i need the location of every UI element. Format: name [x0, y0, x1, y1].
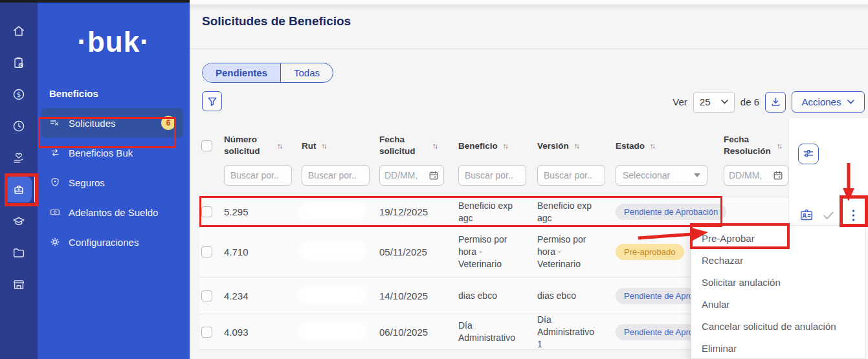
- col-header-estado[interactable]: Estado: [616, 141, 645, 151]
- sidebar-item-solicitudes[interactable]: Solicitudes 6: [41, 108, 183, 138]
- check-icon[interactable]: [822, 209, 835, 222]
- sidebar: ·buk· Beneficios Solicitudes 6 Beneficio…: [38, 0, 190, 359]
- sidebar-section-label: Beneficios: [49, 88, 190, 99]
- filter-estado-select[interactable]: Seleccionar: [616, 165, 707, 186]
- clock-icon[interactable]: [6, 113, 32, 139]
- row-checkbox[interactable]: [201, 246, 212, 257]
- sidebar-item-label: Adelantos de Sueldo: [69, 207, 158, 218]
- sort-icon[interactable]: ↑↓: [503, 142, 507, 149]
- col-header-numero[interactable]: Número solicitud: [224, 134, 272, 157]
- cell-rut: [299, 325, 377, 340]
- app-window: $ ·buk· Beneficios Solicitudes 6: [0, 0, 868, 359]
- cell-fecha: 06/10/2025: [377, 327, 456, 338]
- page-size-value: 25: [700, 96, 711, 107]
- menu-item-pre-aprobar[interactable]: Pre-Aprobar: [691, 227, 865, 249]
- row-checkbox[interactable]: [201, 206, 212, 217]
- redacted-rut: [302, 325, 364, 338]
- row-checkbox[interactable]: [201, 290, 212, 301]
- home-icon[interactable]: [6, 18, 32, 44]
- funnel-icon: [207, 96, 217, 107]
- kebab-menu-button[interactable]: [845, 207, 862, 224]
- sidebar-item-adelantos[interactable]: Adelantos de Sueldo: [38, 197, 190, 227]
- cell-rut: [299, 245, 377, 259]
- buk-logo: ·buk·: [38, 26, 190, 58]
- filter-fecha-input[interactable]: DD/MM,: [379, 165, 444, 186]
- row-context-menu: Pre-Aprobar Rechazar Solicitar anulación…: [691, 225, 865, 359]
- page-size-select[interactable]: 25: [693, 92, 735, 113]
- money-bill-icon: [49, 206, 61, 218]
- hand-heart-icon[interactable]: [6, 145, 32, 171]
- menu-item-cancelar-solicitud[interactable]: Cancelar solicitud de anulación: [691, 315, 865, 337]
- sort-icon[interactable]: ↑↓: [650, 142, 654, 149]
- filter-fecha-resolucion-input[interactable]: DD/MM,: [724, 165, 788, 186]
- sidebar-item-label: Beneficios Buk: [69, 147, 133, 158]
- status-badge: Pendiente de Aprobación: [616, 204, 726, 220]
- dollar-circle-icon[interactable]: $: [6, 82, 32, 107]
- cell-beneficio: dias ebco: [456, 290, 535, 302]
- table-row[interactable]: 5.295 19/12/2025 Beneficio exp agc Benef…: [199, 197, 868, 226]
- sort-icon[interactable]: ↑↓: [277, 142, 282, 149]
- cell-numero: 5.295: [221, 206, 299, 217]
- redacted-rut: [302, 204, 364, 217]
- clipboard-clock-icon[interactable]: [6, 50, 32, 76]
- icon-rail: $: [0, 0, 38, 359]
- actions-button[interactable]: Acciones: [792, 91, 865, 113]
- benefits-briefcase-icon[interactable]: [6, 177, 32, 202]
- calendar-icon: [428, 170, 439, 180]
- chevron-down-icon: [721, 100, 728, 104]
- actions-label: Acciones: [802, 96, 841, 107]
- sort-icon[interactable]: ↑↓: [777, 142, 781, 149]
- sort-icon[interactable]: ↑↓: [432, 142, 437, 149]
- col-header-fecha-resolucion[interactable]: Fecha Resolución: [724, 134, 772, 157]
- sidebar-item-label: Seguros: [69, 177, 105, 188]
- cell-rut: [299, 288, 377, 303]
- redacted-rut: [302, 245, 364, 257]
- select-all-checkbox[interactable]: [201, 140, 212, 151]
- col-header-version[interactable]: Versión: [537, 141, 569, 151]
- table-header-row: Número solicitud↑↓ Rut↑↓ Fecha solicitud…: [199, 126, 868, 165]
- cell-fecha: 14/10/2025: [377, 290, 456, 301]
- cell-fecha: 05/11/2025: [377, 246, 456, 257]
- menu-item-solicitar-anulacion[interactable]: Solicitar anulación: [691, 271, 865, 293]
- sidebar-item-label: Solicitudes: [69, 118, 116, 129]
- storefront-icon[interactable]: [6, 272, 32, 298]
- cell-numero: 4.234: [221, 290, 299, 301]
- col-header-fecha[interactable]: Fecha solicitud: [379, 134, 427, 157]
- sidebar-item-configuraciones[interactable]: Configuraciones: [38, 227, 190, 257]
- filter-version-input[interactable]: [537, 165, 605, 186]
- cell-rut: [299, 204, 377, 219]
- page-title: Solicitudes de Beneficios: [202, 14, 351, 28]
- sort-icon[interactable]: ↑↓: [574, 142, 579, 149]
- sidebar-item-beneficios-buk[interactable]: Beneficios Buk: [38, 138, 190, 168]
- download-button[interactable]: [765, 92, 786, 113]
- sidebar-item-seguros[interactable]: Seguros: [38, 168, 190, 197]
- calendar-icon: [773, 170, 783, 180]
- shield-icon: [49, 177, 61, 188]
- filter-button[interactable]: [202, 91, 222, 111]
- row-checkbox[interactable]: [201, 327, 212, 338]
- sort-icon[interactable]: ↑↓: [322, 142, 326, 149]
- top-edge-strip: [0, 0, 190, 3]
- gear-icon: [49, 236, 61, 248]
- graduation-cap-icon[interactable]: [6, 208, 32, 234]
- column-settings-button[interactable]: [798, 144, 819, 164]
- tab-todas[interactable]: Todas: [281, 63, 333, 82]
- filter-beneficio-input[interactable]: [458, 165, 526, 186]
- status-badge: Pre-aprobado: [616, 244, 684, 260]
- cell-fecha: 19/12/2025: [377, 206, 456, 217]
- col-header-rut[interactable]: Rut: [302, 141, 317, 151]
- menu-item-anular[interactable]: Anular: [691, 293, 865, 315]
- filter-numero-input[interactable]: [224, 165, 292, 186]
- cell-version: Beneficio exp agc: [535, 200, 613, 224]
- download-icon: [770, 96, 781, 107]
- redacted-rut: [302, 288, 364, 301]
- filter-rut-input[interactable]: [302, 165, 370, 186]
- tab-pendientes[interactable]: Pendientes: [203, 63, 281, 82]
- menu-item-eliminar[interactable]: Eliminar: [691, 337, 865, 359]
- kebab-menu-icon: [852, 209, 855, 222]
- id-card-icon[interactable]: [799, 208, 814, 223]
- menu-item-rechazar[interactable]: Rechazar: [691, 249, 865, 271]
- folder-icon[interactable]: [6, 240, 32, 266]
- cell-numero: 4.710: [221, 246, 299, 257]
- col-header-beneficio[interactable]: Beneficio: [458, 141, 498, 151]
